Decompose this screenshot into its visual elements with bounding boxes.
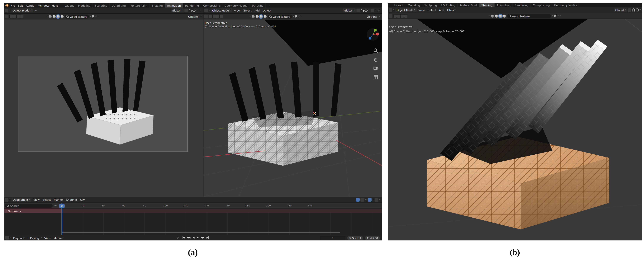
- workspace-tab-layout[interactable]: Layout: [392, 3, 406, 7]
- perspective-viewport-scene[interactable]: User Perspective (0) Scene Collection | …: [388, 19, 642, 241]
- proportional-editing-icon[interactable]: [636, 8, 639, 11]
- orientation-dropdown[interactable]: Global∨: [343, 8, 356, 12]
- move-view-hand-icon[interactable]: [373, 55, 378, 60]
- menu-marker[interactable]: Marker: [53, 198, 64, 201]
- overflow-indicator-icon[interactable]: ‹: [198, 9, 202, 12]
- workspace-tab-texture-paint[interactable]: Texture Paint: [128, 3, 150, 7]
- start-frame-field[interactable]: ⊙Start1: [347, 236, 363, 240]
- mode-dropdown[interactable]: Object Mode∨: [12, 8, 32, 12]
- chevron-down-icon[interactable]: ∨: [46, 16, 48, 17]
- chevron-down-icon[interactable]: ∨: [379, 199, 380, 200]
- show-gizmo-icon[interactable]: [10, 15, 13, 18]
- workspace-tab-uv-editing[interactable]: UV Editing: [439, 3, 458, 7]
- orientation-dropdown[interactable]: Global∨: [614, 8, 627, 12]
- tool-icon[interactable]: [5, 14, 8, 18]
- chevron-down-icon[interactable]: ∨: [250, 16, 251, 17]
- solid-shading-icon[interactable]: [53, 15, 56, 18]
- editor-type-icon[interactable]: [389, 8, 392, 12]
- play-reverse-button[interactable]: ◀: [192, 236, 195, 240]
- view-menu[interactable]: View: [43, 236, 52, 240]
- chevron-down-icon[interactable]: ∨: [97, 16, 99, 17]
- show-hidden-icon[interactable]: [361, 198, 364, 201]
- menu-object[interactable]: Object: [446, 8, 457, 11]
- horizontal-scrollbar[interactable]: [62, 232, 340, 233]
- material-shading-icon[interactable]: [260, 15, 263, 18]
- xray-icon[interactable]: [17, 15, 20, 18]
- workspace-tab-modeling[interactable]: Modeling: [406, 3, 422, 7]
- options-button[interactable]: Options: [187, 15, 200, 18]
- menu-help[interactable]: Help: [51, 4, 59, 7]
- workspace-tab-rendering[interactable]: Rendering: [183, 3, 202, 7]
- workspace-tab-geometry-nodes[interactable]: Geometry Nodes: [222, 3, 250, 7]
- chevron-down-icon[interactable]: ∨: [640, 9, 641, 10]
- chevron-down-icon[interactable]: ∨: [196, 10, 198, 11]
- chevron-down-icon[interactable]: ∨: [552, 15, 553, 17]
- workspace-tab-sculpting[interactable]: Sculpting: [422, 3, 439, 7]
- proportional-editing-icon[interactable]: [192, 9, 195, 12]
- blender-logo-icon[interactable]: [5, 3, 9, 7]
- workspace-tab-rendering[interactable]: Rendering: [513, 3, 531, 7]
- playhead-line[interactable]: [62, 203, 62, 235]
- show-gizmo-icon[interactable]: [209, 15, 212, 18]
- workspace-tab-compositing[interactable]: Compositing: [201, 3, 222, 7]
- bookmark-icon[interactable]: [92, 15, 94, 18]
- auto-keyframe-icon[interactable]: ⊙: [176, 236, 179, 240]
- rendered-shading-icon[interactable]: [264, 15, 267, 18]
- end-frame-field[interactable]: End250: [365, 236, 380, 240]
- solid-shading-icon[interactable]: [495, 14, 498, 17]
- summary-keyframe-track[interactable]: [62, 209, 382, 213]
- mode-dropdown[interactable]: Object Mode∨: [211, 8, 232, 12]
- workspace-tab-animation[interactable]: Animation: [495, 3, 513, 7]
- shading-icon[interactable]: [20, 15, 23, 18]
- texture-search-field[interactable]: wood texture: [507, 14, 551, 18]
- current-frame-field[interactable]: 0: [320, 236, 346, 240]
- playback-menu[interactable]: Playback: [12, 236, 26, 240]
- frame-range-icon[interactable]: ↔: [54, 204, 56, 207]
- shading-icon[interactable]: [220, 15, 223, 18]
- zoom-icon[interactable]: [373, 46, 378, 51]
- menu-select[interactable]: Select: [42, 198, 52, 201]
- chevron-down-icon[interactable]: ∨: [293, 16, 294, 17]
- editor-type-icon[interactable]: [5, 9, 8, 12]
- menu-view[interactable]: View: [233, 9, 241, 12]
- only-selected-icon[interactable]: [356, 198, 360, 201]
- solid-shading-icon[interactable]: [256, 15, 259, 18]
- chevron-down-icon[interactable]: ∨: [298, 16, 300, 17]
- navigation-gizmo[interactable]: [366, 28, 380, 41]
- tool-icon[interactable]: [204, 14, 208, 18]
- previous-keyframe-button[interactable]: ◀◀: [186, 236, 191, 240]
- material-shading-icon[interactable]: [499, 14, 502, 17]
- workspace-tab-modeling[interactable]: Modeling: [76, 3, 93, 7]
- workspace-tab-texture-paint[interactable]: Texture Paint: [458, 3, 480, 7]
- bookmark-icon[interactable]: [295, 15, 297, 18]
- camera-view-icon[interactable]: [373, 64, 378, 69]
- menu-file[interactable]: File: [9, 4, 16, 7]
- bookmark-icon[interactable]: [554, 14, 556, 17]
- menu-edit[interactable]: Edit: [17, 4, 24, 7]
- chevron-down-icon[interactable]: ∨: [560, 15, 561, 17]
- jump-to-end-button[interactable]: ▶|: [206, 236, 209, 240]
- workspace-tab-sculpting[interactable]: Sculpting: [93, 3, 110, 7]
- shading-icon[interactable]: [404, 14, 407, 17]
- show-overlays-icon[interactable]: [13, 15, 16, 18]
- jump-to-start-button[interactable]: |◀: [182, 236, 185, 240]
- camera-viewport-scene[interactable]: [4, 20, 203, 197]
- workspace-tab-animation-active[interactable]: Animation: [165, 3, 183, 7]
- texture-search-field[interactable]: wood texture: [268, 14, 292, 18]
- proportional-edit-icon[interactable]: [368, 198, 372, 201]
- menu-view[interactable]: View: [418, 8, 426, 11]
- editor-type-icon[interactable]: [5, 198, 8, 201]
- menu-key[interactable]: Key: [79, 198, 86, 201]
- dope-sheet-mode-dropdown[interactable]: Dope Sheet∨: [12, 198, 32, 202]
- rendered-shading-icon[interactable]: [60, 15, 64, 18]
- channel-search-field[interactable]: Search: [5, 204, 53, 208]
- menu-object[interactable]: Object: [262, 9, 272, 12]
- chevron-down-icon[interactable]: ∨: [489, 15, 490, 17]
- wireframe-shading-icon[interactable]: [491, 14, 494, 17]
- workspace-tab-shading[interactable]: Shading: [150, 3, 165, 7]
- menu-render[interactable]: Render: [24, 4, 37, 7]
- orientation-dropdown[interactable]: Global∨: [171, 8, 184, 12]
- proportional-editing-icon[interactable]: [364, 9, 368, 12]
- chevron-down-icon[interactable]: ∨: [90, 16, 91, 17]
- snapping-icon[interactable]: [184, 9, 188, 12]
